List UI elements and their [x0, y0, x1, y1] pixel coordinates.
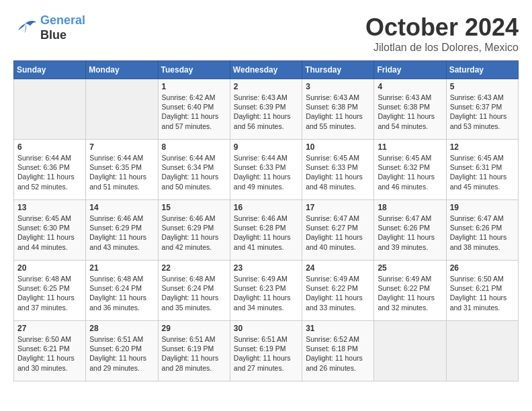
day-info: Sunrise: 6:43 AMSunset: 6:37 PMDaylight:…	[450, 93, 515, 131]
calendar-cell: 25Sunrise: 6:49 AMSunset: 6:22 PMDayligh…	[374, 261, 446, 321]
calendar-cell: 15Sunrise: 6:46 AMSunset: 6:29 PMDayligh…	[158, 200, 230, 261]
weekday-header: Tuesday	[158, 61, 230, 79]
calendar-cell: 30Sunrise: 6:51 AMSunset: 6:19 PMDayligh…	[230, 321, 302, 381]
day-number: 26	[450, 263, 515, 273]
calendar-cell: 18Sunrise: 6:47 AMSunset: 6:26 PMDayligh…	[374, 200, 446, 261]
day-number: 17	[306, 203, 370, 212]
calendar-cell: 20Sunrise: 6:48 AMSunset: 6:25 PMDayligh…	[14, 261, 86, 321]
day-number: 16	[234, 203, 298, 212]
day-info: Sunrise: 6:48 AMSunset: 6:25 PMDaylight:…	[17, 274, 82, 312]
day-info: Sunrise: 6:48 AMSunset: 6:24 PMDaylight:…	[89, 274, 154, 312]
day-number: 8	[162, 142, 226, 152]
calendar-cell: 21Sunrise: 6:48 AMSunset: 6:24 PMDayligh…	[86, 261, 158, 321]
calendar-week-row: 13Sunrise: 6:45 AMSunset: 6:30 PMDayligh…	[14, 200, 519, 261]
day-info: Sunrise: 6:44 AMSunset: 6:34 PMDaylight:…	[162, 153, 226, 191]
calendar-cell: 14Sunrise: 6:46 AMSunset: 6:29 PMDayligh…	[86, 200, 158, 261]
logo-text: GeneralBlue	[40, 13, 85, 42]
weekday-header: Monday	[86, 61, 158, 79]
day-number: 4	[378, 82, 442, 91]
day-info: Sunrise: 6:42 AMSunset: 6:40 PMDaylight:…	[162, 93, 226, 131]
day-info: Sunrise: 6:45 AMSunset: 6:33 PMDaylight:…	[306, 153, 370, 191]
calendar-cell	[374, 321, 446, 381]
calendar-cell: 10Sunrise: 6:45 AMSunset: 6:33 PMDayligh…	[302, 140, 374, 200]
calendar-cell: 5Sunrise: 6:43 AMSunset: 6:37 PMDaylight…	[446, 79, 518, 140]
calendar-cell: 16Sunrise: 6:46 AMSunset: 6:28 PMDayligh…	[230, 200, 302, 261]
day-number: 24	[306, 263, 370, 273]
day-number: 22	[162, 263, 226, 273]
logo: GeneralBlue	[13, 13, 85, 42]
calendar-cell: 31Sunrise: 6:52 AMSunset: 6:18 PMDayligh…	[302, 321, 374, 381]
day-number: 18	[378, 203, 442, 212]
day-info: Sunrise: 6:46 AMSunset: 6:28 PMDaylight:…	[234, 214, 298, 252]
day-info: Sunrise: 6:47 AMSunset: 6:27 PMDaylight:…	[306, 214, 370, 252]
calendar-cell: 3Sunrise: 6:43 AMSunset: 6:38 PMDaylight…	[302, 79, 374, 140]
calendar-cell: 1Sunrise: 6:42 AMSunset: 6:40 PMDaylight…	[158, 79, 230, 140]
day-info: Sunrise: 6:50 AMSunset: 6:21 PMDaylight:…	[17, 334, 82, 373]
month-title: October 2024	[365, 13, 519, 42]
day-number: 31	[306, 324, 370, 333]
calendar-cell: 8Sunrise: 6:44 AMSunset: 6:34 PMDaylight…	[158, 140, 230, 200]
calendar-cell: 17Sunrise: 6:47 AMSunset: 6:27 PMDayligh…	[302, 200, 374, 261]
weekday-header: Friday	[374, 61, 446, 79]
day-info: Sunrise: 6:45 AMSunset: 6:30 PMDaylight:…	[17, 214, 82, 252]
day-number: 27	[17, 324, 82, 333]
day-info: Sunrise: 6:46 AMSunset: 6:29 PMDaylight:…	[89, 214, 154, 252]
calendar-cell: 24Sunrise: 6:49 AMSunset: 6:22 PMDayligh…	[302, 261, 374, 321]
day-info: Sunrise: 6:45 AMSunset: 6:32 PMDaylight:…	[378, 153, 442, 191]
calendar-cell: 23Sunrise: 6:49 AMSunset: 6:23 PMDayligh…	[230, 261, 302, 321]
day-info: Sunrise: 6:52 AMSunset: 6:18 PMDaylight:…	[306, 334, 370, 373]
day-number: 30	[234, 324, 298, 333]
calendar-cell: 26Sunrise: 6:50 AMSunset: 6:21 PMDayligh…	[446, 261, 518, 321]
day-info: Sunrise: 6:47 AMSunset: 6:26 PMDaylight:…	[378, 214, 442, 252]
calendar-cell: 2Sunrise: 6:43 AMSunset: 6:39 PMDaylight…	[230, 79, 302, 140]
day-number: 29	[162, 324, 226, 333]
day-number: 12	[450, 142, 515, 152]
day-number: 10	[306, 142, 370, 152]
day-number: 9	[234, 142, 298, 152]
day-number: 20	[17, 263, 82, 273]
day-info: Sunrise: 6:49 AMSunset: 6:23 PMDaylight:…	[234, 274, 298, 312]
day-info: Sunrise: 6:44 AMSunset: 6:35 PMDaylight:…	[89, 153, 154, 191]
calendar-cell	[86, 79, 158, 140]
day-number: 14	[89, 203, 154, 212]
calendar-cell: 12Sunrise: 6:45 AMSunset: 6:31 PMDayligh…	[446, 140, 518, 200]
day-number: 2	[234, 82, 298, 91]
day-info: Sunrise: 6:44 AMSunset: 6:36 PMDaylight:…	[17, 153, 82, 191]
day-number: 1	[162, 82, 226, 91]
calendar-week-row: 20Sunrise: 6:48 AMSunset: 6:25 PMDayligh…	[14, 261, 519, 321]
day-info: Sunrise: 6:51 AMSunset: 6:19 PMDaylight:…	[234, 334, 298, 373]
day-number: 23	[234, 263, 298, 273]
day-number: 15	[162, 203, 226, 212]
day-info: Sunrise: 6:49 AMSunset: 6:22 PMDaylight:…	[306, 274, 370, 312]
day-number: 7	[89, 142, 154, 152]
calendar-cell: 22Sunrise: 6:48 AMSunset: 6:24 PMDayligh…	[158, 261, 230, 321]
calendar-cell: 13Sunrise: 6:45 AMSunset: 6:30 PMDayligh…	[14, 200, 86, 261]
day-number: 13	[17, 203, 82, 212]
location: Jilotlan de los Dolores, Mexico	[365, 42, 519, 54]
weekday-header: Saturday	[446, 61, 518, 79]
day-info: Sunrise: 6:51 AMSunset: 6:19 PMDaylight:…	[162, 334, 226, 373]
calendar-cell	[446, 321, 518, 381]
day-info: Sunrise: 6:46 AMSunset: 6:29 PMDaylight:…	[162, 214, 226, 252]
calendar-cell: 4Sunrise: 6:43 AMSunset: 6:38 PMDaylight…	[374, 79, 446, 140]
day-info: Sunrise: 6:44 AMSunset: 6:33 PMDaylight:…	[234, 153, 298, 191]
weekday-header: Wednesday	[230, 61, 302, 79]
day-info: Sunrise: 6:47 AMSunset: 6:26 PMDaylight:…	[450, 214, 515, 252]
calendar-week-row: 27Sunrise: 6:50 AMSunset: 6:21 PMDayligh…	[14, 321, 519, 381]
day-number: 19	[450, 203, 515, 212]
calendar-week-row: 1Sunrise: 6:42 AMSunset: 6:40 PMDaylight…	[14, 79, 519, 140]
calendar-cell: 9Sunrise: 6:44 AMSunset: 6:33 PMDaylight…	[230, 140, 302, 200]
day-info: Sunrise: 6:51 AMSunset: 6:20 PMDaylight:…	[89, 334, 154, 373]
day-info: Sunrise: 6:49 AMSunset: 6:22 PMDaylight:…	[378, 274, 442, 312]
calendar-table: SundayMondayTuesdayWednesdayThursdayFrid…	[13, 60, 519, 381]
calendar-cell: 6Sunrise: 6:44 AMSunset: 6:36 PMDaylight…	[14, 140, 86, 200]
title-block: October 2024 Jilotlan de los Dolores, Me…	[365, 13, 519, 54]
calendar-week-row: 6Sunrise: 6:44 AMSunset: 6:36 PMDaylight…	[14, 140, 519, 200]
calendar-cell: 7Sunrise: 6:44 AMSunset: 6:35 PMDaylight…	[86, 140, 158, 200]
day-number: 5	[450, 82, 515, 91]
calendar-cell: 27Sunrise: 6:50 AMSunset: 6:21 PMDayligh…	[14, 321, 86, 381]
day-number: 3	[306, 82, 370, 91]
calendar-cell	[14, 79, 86, 140]
weekday-header: Sunday	[14, 61, 86, 79]
day-number: 21	[89, 263, 154, 273]
